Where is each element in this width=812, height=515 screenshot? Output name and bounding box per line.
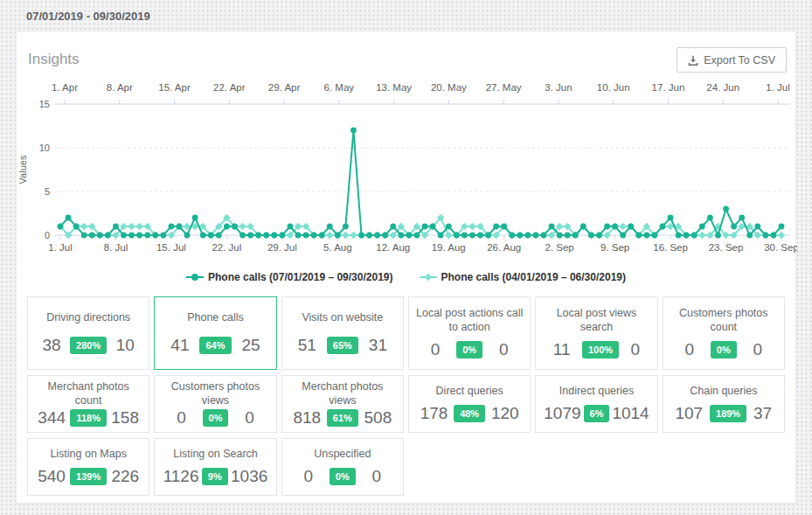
metric-previous-value: 31: [369, 336, 387, 355]
metric-change-badge: 280%: [70, 337, 107, 354]
metric-previous-value: 120: [491, 404, 519, 423]
metric-values: 0 0% 0: [160, 408, 270, 428]
metric-current-value: 344: [38, 408, 66, 428]
svg-text:10: 10: [39, 143, 50, 153]
svg-text:0: 0: [45, 230, 50, 240]
metric-previous-value: 37: [753, 404, 772, 423]
metric-title: Local post views search: [541, 307, 651, 334]
export-csv-label: Export To CSV: [704, 54, 775, 66]
svg-text:19. Aug: 19. Aug: [432, 242, 466, 253]
metric-current-value: 540: [38, 467, 66, 486]
svg-text:6. May: 6. May: [324, 82, 355, 93]
metric-title: Listing on Maps: [33, 448, 143, 462]
legend-diamond-marker-icon: [420, 273, 437, 282]
metric-card[interactable]: Local post actions call to action 0 0% 0: [408, 296, 531, 370]
svg-text:10. Jun: 10. Jun: [597, 82, 630, 93]
svg-text:1. Jul: 1. Jul: [48, 242, 73, 253]
metric-previous-value: 1014: [612, 404, 649, 423]
metric-previous-value: 508: [364, 408, 392, 428]
metric-change-badge: 48%: [454, 405, 485, 422]
metric-change-badge: 0%: [711, 341, 737, 358]
metric-previous-value: 10: [116, 336, 135, 355]
metric-title: Visits on website: [288, 311, 398, 325]
metric-current-value: 107: [675, 404, 703, 423]
svg-text:8. Jul: 8. Jul: [104, 242, 128, 253]
svg-text:29. Jul: 29. Jul: [267, 242, 297, 253]
metric-current-value: 41: [170, 336, 189, 355]
metric-values: 540 139% 226: [33, 467, 143, 486]
metric-change-badge: 64%: [199, 337, 231, 354]
svg-text:26. Aug: 26. Aug: [487, 242, 521, 253]
svg-text:23. Sep: 23. Sep: [709, 242, 744, 253]
svg-text:30. Sep: 30. Sep: [764, 242, 797, 253]
metric-card[interactable]: Merchant photos count 344 118% 158: [27, 375, 149, 433]
metric-change-badge: 0%: [330, 468, 356, 485]
metric-values: 1079 6% 1014: [541, 404, 651, 423]
metric-title: Merchant photos count: [33, 380, 143, 407]
svg-text:22. Apr: 22. Apr: [213, 82, 246, 93]
legend-item[interactable]: Phone calls (04/01/2019 – 06/30/2019): [420, 271, 626, 283]
svg-text:1. Apr: 1. Apr: [52, 82, 78, 93]
metric-card[interactable]: Local post views search 11 100% 0: [535, 296, 657, 370]
metric-card[interactable]: Customers photos count 0 0% 0: [663, 296, 785, 370]
metric-previous-value: 0: [631, 340, 641, 359]
metric-values: 178 48% 120: [414, 404, 524, 423]
metric-card[interactable]: Chain queries 107 189% 37: [663, 375, 785, 433]
panel-title: Insights: [28, 51, 80, 68]
metric-card[interactable]: Visits on website 51 65% 31: [281, 296, 404, 370]
metric-previous-value: 0: [499, 340, 509, 359]
svg-text:12. Aug: 12. Aug: [376, 242, 410, 253]
metric-current-value: 11: [553, 340, 571, 359]
svg-text:1. Jul: 1. Jul: [766, 82, 790, 93]
metric-card[interactable]: Direct queries 178 48% 120: [408, 375, 531, 433]
legend-circle-marker-icon: [186, 273, 204, 282]
metric-values: 41 64% 25: [160, 336, 270, 355]
metric-card[interactable]: Merchant photos views 818 61% 508: [281, 375, 404, 433]
metric-card[interactable]: Listing on Maps 540 139% 226: [27, 438, 149, 496]
metric-previous-value: 1036: [231, 467, 267, 486]
svg-text:20. May: 20. May: [431, 82, 467, 93]
svg-text:29. Apr: 29. Apr: [268, 82, 301, 93]
metric-change-badge: 6%: [584, 405, 610, 422]
metric-card[interactable]: Unspecified 0 0% 0: [281, 438, 404, 496]
date-range-label: 07/01/2019 - 09/30/2019: [0, 0, 812, 23]
metric-change-badge: 0%: [203, 409, 229, 427]
metric-change-badge: 61%: [327, 409, 358, 427]
metric-card[interactable]: Driving directions 38 280% 10: [27, 296, 149, 370]
metric-card[interactable]: Indirect queries 1079 6% 1014: [535, 375, 657, 433]
metric-current-value: 38: [42, 336, 60, 355]
metric-values: 1126 9% 1036: [160, 467, 270, 486]
metric-values: 0 0% 0: [669, 340, 779, 359]
metric-title: Listing on Search: [160, 448, 270, 462]
svg-text:8. Apr: 8. Apr: [107, 82, 133, 93]
metric-previous-value: 0: [753, 340, 763, 359]
metric-current-value: 0: [303, 467, 313, 486]
metric-title: Direct queries: [414, 385, 524, 399]
metric-current-value: 1079: [544, 404, 580, 423]
metric-change-badge: 0%: [456, 341, 482, 358]
metric-title: Indirect queries: [541, 385, 651, 399]
legend-label: Phone calls (07/01/2019 – 09/30/2019): [208, 271, 392, 283]
export-csv-button[interactable]: Export To CSV: [677, 47, 787, 73]
svg-text:2. Sep: 2. Sep: [545, 242, 574, 253]
metric-previous-value: 158: [111, 408, 139, 428]
svg-text:3. Jun: 3. Jun: [545, 82, 572, 93]
svg-text:13. May: 13. May: [376, 82, 412, 93]
metric-values: 818 61% 508: [288, 408, 398, 428]
metric-title: Local post actions call to action: [414, 307, 524, 334]
metric-card[interactable]: Phone calls 41 64% 25: [154, 296, 276, 370]
insights-chart: 051015Values1. Apr8. Apr15. Apr22. Apr29…: [17, 75, 797, 265]
metric-card[interactable]: Listing on Search 1126 9% 1036: [154, 438, 276, 496]
metric-values: 0 0% 0: [288, 467, 398, 486]
metric-cards-grid: Driving directions 38 280% 10 Phone call…: [27, 296, 785, 496]
metric-values: 51 65% 31: [288, 336, 398, 355]
svg-text:15: 15: [39, 99, 50, 109]
metric-change-badge: 118%: [70, 409, 107, 427]
svg-text:15. Apr: 15. Apr: [158, 82, 191, 93]
metric-change-badge: 65%: [327, 337, 358, 354]
metric-values: 344 118% 158: [33, 408, 143, 428]
legend-item[interactable]: Phone calls (07/01/2019 – 09/30/2019): [186, 271, 392, 283]
chart-legend: Phone calls (07/01/2019 – 09/30/2019)Pho…: [17, 267, 795, 288]
svg-text:16. Sep: 16. Sep: [653, 242, 688, 253]
metric-card[interactable]: Customers photos views 0 0% 0: [154, 375, 276, 433]
